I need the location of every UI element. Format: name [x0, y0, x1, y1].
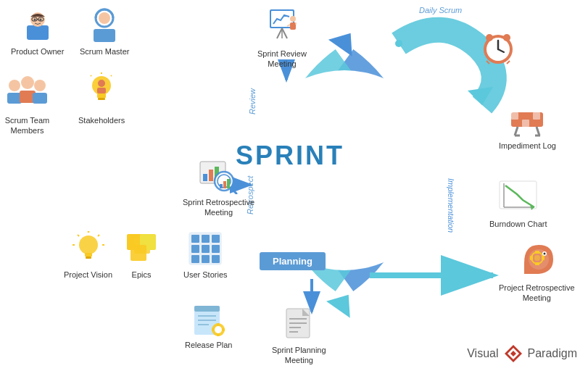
product-owner-item: Product Owner	[11, 4, 64, 57]
diagram-container: SPRINT Review Retrospect Implementation …	[0, 0, 588, 371]
svg-rect-75	[203, 174, 207, 181]
svg-rect-62	[217, 333, 220, 336]
user-stories-icon	[187, 230, 223, 267]
scrum-master-label: Scrum Master	[80, 46, 129, 57]
svg-rect-113	[535, 251, 539, 254]
svg-rect-64	[222, 328, 225, 331]
epics-label: Epics	[132, 270, 152, 280]
product-owner-label: Product Owner	[11, 46, 64, 57]
svg-line-96	[486, 61, 489, 64]
sprint-planning-label: Sprint PlanningMeeting	[272, 345, 326, 366]
scrum-team-icon	[4, 72, 51, 112]
planning-box: Planning	[260, 252, 326, 270]
svg-rect-63	[212, 328, 215, 331]
svg-point-16	[99, 12, 110, 24]
daily-scrum-label: Daily Scrum	[419, 6, 462, 14]
svg-line-68	[282, 28, 287, 38]
user-stories-item: User Stories	[183, 230, 228, 280]
brand-area: Visual Paradigm	[467, 343, 577, 364]
svg-rect-115	[530, 256, 533, 260]
svg-rect-25	[97, 93, 106, 98]
project-retrospective-label: Project RetrospectiveMeeting	[499, 283, 575, 304]
svg-rect-114	[535, 262, 539, 265]
svg-point-18	[9, 80, 20, 91]
impediment-log-label: Impediment Log	[499, 141, 556, 151]
scrum-master-item: Scrum Master	[80, 4, 129, 57]
svg-point-95	[503, 34, 510, 41]
sprint-review-icon	[264, 6, 300, 46]
svg-rect-99	[511, 112, 518, 120]
svg-point-20	[21, 76, 34, 89]
epics-icon	[123, 230, 160, 267]
svg-rect-116	[542, 256, 544, 260]
implementation-label: Implementation	[447, 178, 455, 233]
project-vision-item: Project Vision	[64, 230, 112, 280]
epics-item: Epics	[123, 230, 160, 280]
svg-point-10	[33, 19, 36, 21]
svg-point-27	[98, 80, 105, 87]
svg-rect-76	[209, 170, 213, 181]
svg-rect-53	[212, 255, 220, 263]
project-retrospective-icon	[517, 238, 557, 280]
svg-rect-45	[191, 235, 199, 243]
svg-point-11	[39, 19, 41, 21]
svg-rect-71	[290, 22, 296, 30]
project-vision-label: Project Vision	[64, 270, 112, 280]
svg-line-103	[537, 127, 539, 136]
sprint-retrospective-item: Sprint RetrospectiveMeeting	[183, 158, 254, 218]
sprint-retrospective-label: Sprint RetrospectiveMeeting	[183, 197, 254, 218]
svg-point-94	[486, 34, 493, 41]
release-plan-label: Release Plan	[185, 340, 232, 350]
project-vision-icon	[70, 230, 107, 267]
svg-marker-4	[328, 25, 363, 56]
burndown-chart-icon	[498, 180, 538, 216]
svg-rect-34	[86, 257, 91, 259]
svg-rect-8	[27, 25, 49, 40]
svg-rect-101	[533, 112, 540, 120]
svg-rect-51	[191, 255, 199, 263]
scrum-master-icon	[86, 4, 123, 43]
stakeholders-icon	[83, 72, 120, 112]
release-plan-icon	[191, 304, 227, 337]
svg-rect-55	[194, 306, 220, 312]
svg-line-102	[515, 127, 518, 136]
visual-text: Visual	[467, 347, 498, 360]
sprint-review-label: Sprint ReviewMeeting	[257, 49, 307, 70]
svg-rect-52	[202, 255, 210, 263]
svg-rect-47	[212, 235, 220, 243]
svg-rect-100	[522, 120, 529, 127]
svg-rect-82	[223, 181, 226, 188]
daily-scrum-item	[479, 28, 518, 67]
svg-line-37	[78, 235, 79, 236]
svg-point-22	[34, 80, 46, 91]
svg-rect-50	[212, 245, 220, 253]
scrum-team-item: Scrum TeamMembers	[4, 72, 51, 136]
svg-line-67	[277, 28, 282, 38]
scrum-team-label: Scrum TeamMembers	[5, 115, 50, 136]
impediment-log-icon	[509, 101, 545, 138]
svg-line-80	[231, 188, 236, 193]
svg-rect-49	[202, 245, 210, 253]
svg-rect-48	[191, 245, 199, 253]
svg-line-31	[91, 75, 91, 76]
svg-rect-83	[227, 179, 230, 188]
burndown-chart-item: Burndown Chart	[489, 180, 547, 229]
product-owner-icon	[20, 4, 56, 43]
burndown-chart-label: Burndown Chart	[489, 219, 547, 229]
paradigm-logo-icon	[503, 343, 523, 364]
svg-point-118	[543, 253, 545, 255]
svg-point-60	[215, 326, 222, 333]
svg-rect-17	[94, 29, 115, 42]
sprint-planning-icon	[281, 307, 317, 342]
svg-rect-28	[97, 88, 106, 93]
svg-line-30	[111, 75, 112, 76]
svg-point-6	[395, 40, 402, 47]
svg-point-112	[534, 255, 540, 261]
svg-line-97	[507, 61, 510, 64]
review-label: Review	[248, 88, 257, 114]
svg-rect-23	[33, 93, 47, 104]
svg-point-70	[290, 16, 296, 22]
svg-rect-43	[131, 245, 146, 261]
user-stories-label: User Stories	[183, 270, 228, 280]
sprint-review-meeting-item: Sprint ReviewMeeting	[257, 6, 307, 70]
